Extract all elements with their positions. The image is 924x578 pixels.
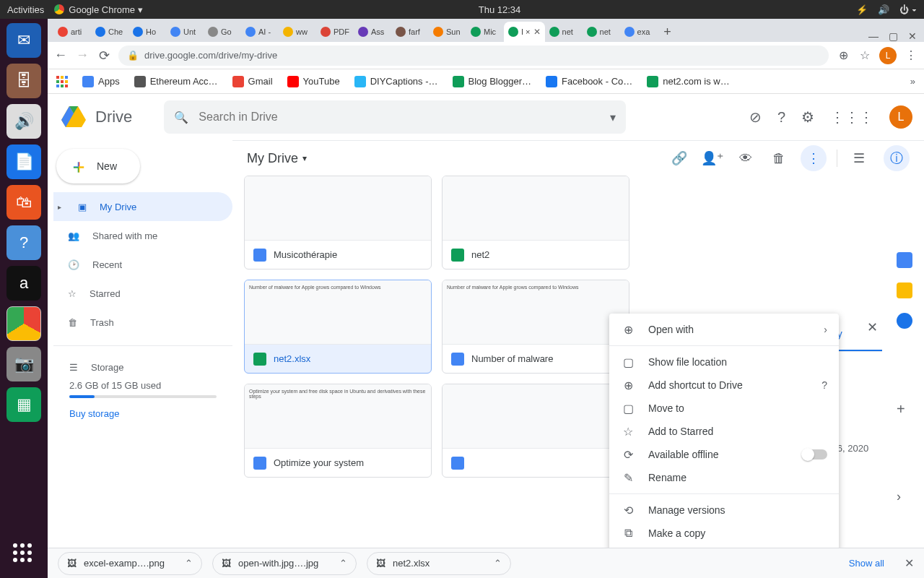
launcher-rhythmbox[interactable]: 🔊 bbox=[6, 104, 41, 139]
list-view-icon[interactable]: ☰ bbox=[847, 150, 871, 166]
bookmark[interactable]: YouTube bbox=[287, 76, 340, 87]
sidebar-item[interactable]: ☆Starred bbox=[53, 279, 232, 308]
browser-tab[interactable]: Go bbox=[204, 22, 241, 42]
trash-icon[interactable]: 🗑 bbox=[767, 151, 790, 166]
bookmark[interactable]: Facebook - Co… bbox=[546, 76, 632, 87]
context-menu-item[interactable]: ☆Add to Starred bbox=[609, 420, 839, 443]
file-card[interactable]: Musicothérapie bbox=[244, 176, 432, 269]
launcher-software[interactable]: 🛍 bbox=[6, 185, 41, 220]
new-button[interactable]: ＋ New bbox=[56, 149, 140, 184]
browser-tab[interactable]: I ×✕ bbox=[504, 22, 545, 42]
apps-launcher-icon[interactable]: ⋮⋮⋮ bbox=[830, 108, 873, 126]
browser-tab[interactable]: Sun bbox=[429, 22, 466, 42]
search-input[interactable] bbox=[199, 111, 600, 124]
app-menu[interactable]: Google Chrome ▾ bbox=[69, 4, 142, 15]
activities-button[interactable]: Activities bbox=[7, 4, 44, 15]
forward-button[interactable]: → bbox=[75, 48, 90, 63]
url-field[interactable]: 🔒 drive.google.com/drive/my-drive bbox=[118, 46, 829, 66]
browser-tab[interactable]: ww bbox=[279, 22, 316, 42]
sidebar-item[interactable]: 🗑Trash bbox=[53, 308, 232, 337]
bookmark[interactable]: Ethereum Acc… bbox=[134, 76, 218, 87]
drive-logo-icon[interactable] bbox=[59, 103, 88, 131]
wifi-icon[interactable]: ⚡ bbox=[856, 4, 868, 15]
volume-icon[interactable]: 🔊 bbox=[878, 4, 889, 15]
launcher-thunderbird[interactable]: ✉ bbox=[6, 23, 41, 58]
launcher-calc[interactable]: ▦ bbox=[6, 387, 41, 422]
file-card[interactable]: Number of malware for Apple grows compar… bbox=[442, 280, 629, 374]
download-menu-icon[interactable]: ⌃ bbox=[494, 558, 502, 569]
back-button[interactable]: ← bbox=[53, 48, 68, 63]
context-menu-item[interactable]: ⚠Report abuse bbox=[609, 545, 839, 548]
file-card[interactable] bbox=[442, 384, 629, 478]
launcher-writer[interactable]: 📄 bbox=[6, 144, 41, 179]
get-link-icon[interactable]: 🔗 bbox=[668, 150, 691, 166]
file-card[interactable]: Number of malware for Apple grows compar… bbox=[244, 280, 432, 374]
browser-tab[interactable]: Che bbox=[91, 22, 128, 42]
search-bar[interactable]: 🔍 ▾ bbox=[164, 100, 626, 134]
context-menu-item[interactable]: ⊕Add shortcut to Drive? bbox=[609, 374, 839, 397]
launcher-help[interactable]: ? bbox=[6, 225, 41, 260]
sidebar-item[interactable]: 👥Shared with me bbox=[53, 221, 232, 250]
download-menu-icon[interactable]: ⌃ bbox=[339, 558, 347, 569]
reload-button[interactable]: ⟳ bbox=[97, 48, 111, 64]
preview-icon[interactable]: 👁 bbox=[734, 151, 757, 166]
close-tab-icon[interactable]: ✕ bbox=[533, 27, 541, 37]
settings-gear-icon[interactable]: ⚙ bbox=[801, 108, 814, 126]
browser-tab[interactable]: PDF bbox=[316, 22, 354, 42]
power-icon[interactable]: ⏻ ▾ bbox=[899, 4, 917, 15]
download-item[interactable]: 🖼net2.xlsx⌃ bbox=[367, 552, 511, 575]
browser-tab[interactable]: net bbox=[545, 22, 583, 42]
calendar-icon[interactable] bbox=[897, 252, 912, 268]
clock[interactable]: Thu 12:34 bbox=[479, 4, 521, 15]
browser-tab[interactable]: Unt bbox=[166, 22, 204, 42]
context-menu-item[interactable]: ⧉Make a copy bbox=[609, 522, 839, 545]
browser-tab[interactable]: farf bbox=[391, 22, 429, 42]
minimize-icon[interactable]: — bbox=[868, 30, 879, 42]
launcher-chrome[interactable] bbox=[6, 306, 41, 341]
expand-icon[interactable]: ▸ bbox=[58, 203, 65, 211]
close-details-icon[interactable]: ✕ bbox=[867, 319, 878, 335]
download-item[interactable]: 🖼excel-examp….png⌃ bbox=[58, 552, 202, 575]
chrome-menu[interactable]: ⋮ bbox=[904, 48, 918, 62]
browser-tab[interactable]: Ho bbox=[128, 22, 166, 42]
account-avatar[interactable]: L bbox=[889, 105, 912, 129]
help-icon[interactable]: ? bbox=[777, 109, 785, 126]
folder-breadcrumb[interactable]: My Drive ▾ bbox=[247, 151, 307, 166]
star-icon[interactable]: ☆ bbox=[858, 48, 872, 62]
add-addon-icon[interactable]: + bbox=[897, 401, 912, 417]
keep-icon[interactable] bbox=[897, 282, 912, 298]
search-dropdown-icon[interactable]: ▾ bbox=[610, 111, 616, 124]
more-actions-button[interactable]: ⋮ bbox=[801, 145, 827, 171]
launcher-files[interactable]: 🗄 bbox=[6, 64, 41, 98]
buy-storage-link[interactable]: Buy storage bbox=[69, 408, 217, 419]
bookmark[interactable]: Gmail bbox=[232, 76, 273, 87]
context-menu-item[interactable]: ▢Show file location bbox=[609, 350, 839, 374]
bookmarks-overflow[interactable]: » bbox=[910, 76, 915, 87]
browser-tab[interactable]: Ass bbox=[354, 22, 391, 42]
zoom-icon[interactable]: ⊕ bbox=[836, 48, 850, 62]
launcher-screenshot[interactable]: 📷 bbox=[6, 347, 41, 381]
sidebar-item[interactable]: ▸▣My Drive bbox=[53, 192, 232, 221]
context-menu-item[interactable]: ⟳Available offline bbox=[609, 443, 839, 466]
bookmark[interactable]: net2.com is w… bbox=[647, 76, 729, 87]
context-menu-item[interactable]: ▢Move to bbox=[609, 397, 839, 420]
file-card[interactable]: net2 bbox=[442, 176, 629, 269]
maximize-icon[interactable]: ▢ bbox=[889, 30, 898, 42]
context-menu-item[interactable]: ⟲Manage versions bbox=[609, 499, 839, 522]
show-all-downloads[interactable]: Show all bbox=[849, 558, 884, 569]
context-menu-item[interactable]: ✎Rename bbox=[609, 466, 839, 489]
context-menu-item[interactable]: ⊕Open with› bbox=[609, 318, 839, 341]
launcher-amazon[interactable]: a bbox=[6, 266, 41, 301]
collapse-sidepanel-icon[interactable]: › bbox=[897, 489, 912, 505]
sidebar-item[interactable]: 🕑Recent bbox=[53, 250, 232, 279]
browser-tab[interactable]: AI - bbox=[241, 22, 279, 42]
profile-avatar[interactable]: L bbox=[879, 47, 897, 64]
share-icon[interactable]: 👤⁺ bbox=[701, 150, 724, 166]
ready-offline-icon[interactable]: ⊘ bbox=[749, 108, 762, 126]
offline-toggle[interactable] bbox=[803, 449, 827, 460]
bookmark[interactable]: Blog Blogger… bbox=[453, 76, 531, 87]
bookmark[interactable]: DIYCaptions -… bbox=[354, 76, 438, 87]
apps-grid-icon[interactable] bbox=[56, 76, 68, 87]
browser-tab[interactable]: exa bbox=[620, 22, 658, 42]
browser-tab[interactable]: Mic bbox=[466, 22, 504, 42]
